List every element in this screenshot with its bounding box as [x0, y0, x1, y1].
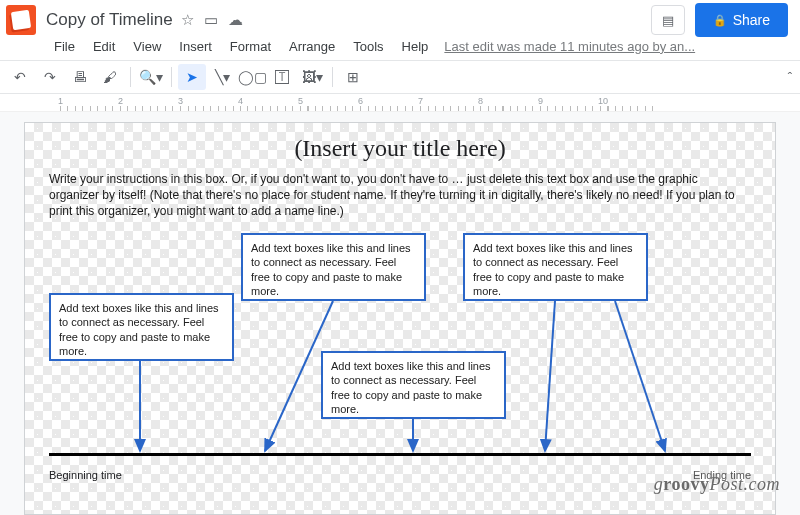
- insert-comment-button[interactable]: ⊞: [339, 64, 367, 90]
- share-label: Share: [733, 12, 770, 28]
- drawing-canvas[interactable]: (Insert your title here) Write your inst…: [24, 122, 776, 515]
- timeline-line[interactable]: [49, 453, 751, 456]
- ruler-tick: 5: [298, 96, 303, 106]
- redo-button[interactable]: ↷: [36, 64, 64, 90]
- menu-edit[interactable]: Edit: [85, 36, 123, 57]
- instructions-textbox[interactable]: Write your instructions in this box. Or,…: [49, 171, 751, 220]
- line-tool[interactable]: ╲▾: [208, 64, 236, 90]
- share-button[interactable]: 🔒 Share: [695, 3, 788, 37]
- move-icon[interactable]: ▭: [204, 11, 218, 29]
- title-icon-row: ☆ ▭ ☁: [181, 11, 243, 29]
- canvas-area[interactable]: (Insert your title here) Write your inst…: [0, 112, 800, 515]
- timeline-begin-label[interactable]: Beginning time: [49, 469, 122, 481]
- svg-line-4: [615, 301, 665, 451]
- ruler-tick: 6: [358, 96, 363, 106]
- app-drawings-icon[interactable]: [6, 5, 36, 35]
- menu-format[interactable]: Format: [222, 36, 279, 57]
- menu-insert[interactable]: Insert: [171, 36, 220, 57]
- comments-button[interactable]: ▤: [651, 5, 685, 35]
- comment-icon: ▤: [662, 13, 674, 28]
- menu-help[interactable]: Help: [394, 36, 437, 57]
- callout-box-4[interactable]: Add text boxes like this and lines to co…: [463, 233, 648, 301]
- watermark: groovyPostgroovyPost.com.com: [654, 474, 780, 495]
- menu-bar: File Edit View Insert Format Arrange Too…: [0, 34, 800, 60]
- star-icon[interactable]: ☆: [181, 11, 194, 29]
- document-title[interactable]: Copy of Timeline: [46, 10, 173, 30]
- svg-line-3: [545, 301, 555, 451]
- ruler-tick: 9: [538, 96, 543, 106]
- cloud-status-icon[interactable]: ☁: [228, 11, 243, 29]
- menu-file[interactable]: File: [46, 36, 83, 57]
- print-button[interactable]: 🖶: [66, 64, 94, 90]
- textbox-tool[interactable]: 🅃: [268, 64, 296, 90]
- lock-icon: 🔒: [713, 14, 727, 27]
- horizontal-ruler[interactable]: 1 2 3 4 5 6 7 8 9 10: [0, 94, 800, 112]
- last-edit-link[interactable]: Last edit was made 11 minutes ago by an.…: [444, 39, 695, 54]
- select-tool[interactable]: ➤: [178, 64, 206, 90]
- ruler-tick: 1: [58, 96, 63, 106]
- collapse-toolbar-icon[interactable]: ˆ: [788, 70, 792, 85]
- callout-box-1[interactable]: Add text boxes like this and lines to co…: [49, 293, 234, 361]
- ruler-tick: 2: [118, 96, 123, 106]
- callout-box-2[interactable]: Add text boxes like this and lines to co…: [241, 233, 426, 301]
- image-tool[interactable]: 🖼▾: [298, 64, 326, 90]
- ruler-tick: 8: [478, 96, 483, 106]
- ruler-tick: 10: [598, 96, 608, 106]
- ruler-tick: 7: [418, 96, 423, 106]
- toolbar: ↶ ↷ 🖶 🖌 🔍▾ ➤ ╲▾ ◯▢ 🅃 🖼▾ ⊞ ˆ: [0, 60, 800, 94]
- title-bar: Copy of Timeline ☆ ▭ ☁ ▤ 🔒 Share: [0, 0, 800, 34]
- undo-button[interactable]: ↶: [6, 64, 34, 90]
- slide-title[interactable]: (Insert your title here): [25, 135, 775, 162]
- shape-tool[interactable]: ◯▢: [238, 64, 266, 90]
- callout-box-3[interactable]: Add text boxes like this and lines to co…: [321, 351, 506, 419]
- menu-view[interactable]: View: [125, 36, 169, 57]
- menu-arrange[interactable]: Arrange: [281, 36, 343, 57]
- paint-format-button[interactable]: 🖌: [96, 64, 124, 90]
- menu-tools[interactable]: Tools: [345, 36, 391, 57]
- ruler-tick: 3: [178, 96, 183, 106]
- ruler-tick: 4: [238, 96, 243, 106]
- zoom-button[interactable]: 🔍▾: [137, 64, 165, 90]
